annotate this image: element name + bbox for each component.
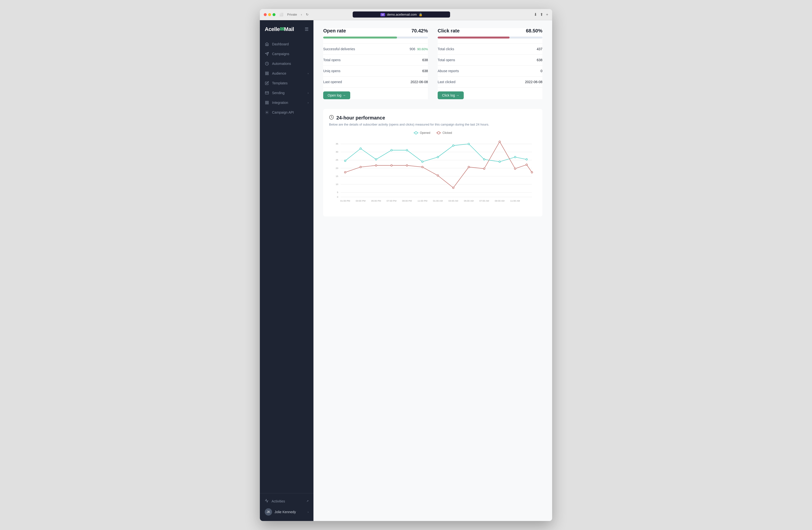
svg-rect-8 — [267, 101, 269, 102]
sidebar-item-label: Templates — [272, 81, 288, 85]
row-value: 638 — [537, 58, 542, 62]
table-row: Total opens 638 — [438, 55, 542, 66]
sidebar-item-sending[interactable]: Sending › — [260, 88, 314, 98]
back-button[interactable]: ‹ — [300, 12, 303, 17]
browser-chrome: ⬜ Private ‹ ↻ M demo.acellemail.com 🔒 ⬇ … — [260, 9, 552, 20]
row-label: Abuse reports — [438, 69, 459, 73]
clock-icon — [329, 115, 334, 121]
svg-point-45 — [406, 150, 408, 151]
svg-text:0: 0 — [337, 196, 338, 198]
svg-point-66 — [526, 164, 527, 166]
sidebar-item-label: Campaigns — [272, 52, 289, 56]
sidebar-item-label: Sending — [272, 91, 285, 95]
svg-point-61 — [452, 187, 454, 189]
activities-item[interactable]: Activities ↗ — [260, 496, 314, 506]
chart-svg: 35 30 25 20 15 10 5 0 01:00 PM 03:00 PM … — [329, 138, 537, 206]
sidebar-item-audience[interactable]: Audience › — [260, 69, 314, 78]
tab-private-label[interactable]: Private — [286, 12, 298, 17]
row-value: 0 — [540, 69, 542, 73]
integration-arrow-icon: › — [308, 101, 308, 104]
sidebar-footer: Activities ↗ JK Jolie Kennedy › — [260, 493, 314, 521]
svg-text:11:00 AM: 11:00 AM — [510, 199, 520, 202]
browser-window: ⬜ Private ‹ ↻ M demo.acellemail.com 🔒 ⬇ … — [260, 9, 552, 521]
legend-opened: Opened — [414, 131, 430, 135]
svg-text:15: 15 — [336, 175, 338, 178]
close-button[interactable] — [264, 13, 267, 16]
svg-text:30: 30 — [336, 150, 338, 153]
svg-text:03:00 AM: 03:00 AM — [448, 199, 458, 202]
sidebar-item-campaign-api[interactable]: Campaign API — [260, 108, 314, 117]
svg-text:35: 35 — [336, 142, 338, 145]
stats-grid: Open rate 70.42% Successful deliveries 9… — [323, 28, 542, 99]
address-bar[interactable]: M demo.acellemail.com 🔒 — [353, 12, 450, 17]
sidebar-item-dashboard[interactable]: Dashboard — [260, 39, 314, 49]
download-icon[interactable]: ⬇ — [534, 12, 537, 17]
svg-rect-4 — [267, 72, 269, 73]
click-rate-card: Click rate 68.50% Total clicks 437 Total… — [438, 28, 542, 99]
activities-label: Activities — [272, 499, 285, 503]
click-rate-title: Click rate — [438, 28, 460, 34]
svg-text:07:00 AM: 07:00 AM — [479, 199, 489, 202]
refresh-button[interactable]: ↻ — [305, 12, 309, 17]
svg-text:10: 10 — [336, 183, 338, 185]
sending-icon — [265, 91, 269, 95]
click-log-button[interactable]: Click log → — [438, 92, 464, 99]
open-log-button[interactable]: Open log → — [323, 92, 350, 99]
sending-arrow-icon: › — [308, 92, 308, 94]
main-content: Open rate 70.42% Successful deliveries 9… — [314, 20, 552, 521]
row-label: Uniq opens — [323, 69, 340, 73]
svg-point-65 — [514, 168, 516, 169]
svg-text:07:00 PM: 07:00 PM — [387, 199, 396, 202]
logo: Acelle✉Mail — [265, 26, 294, 32]
row-value: 906 90.60% — [410, 47, 428, 51]
sidebar-item-campaigns[interactable]: Campaigns — [260, 49, 314, 59]
svg-rect-9 — [265, 103, 267, 104]
open-rate-card: Open rate 70.42% Successful deliveries 9… — [323, 28, 428, 99]
user-profile-item[interactable]: JK Jolie Kennedy › — [260, 506, 314, 518]
open-rate-progress-bar — [323, 37, 428, 39]
svg-text:20: 20 — [336, 167, 338, 169]
sidebar-toggle-button[interactable]: ☰ — [305, 27, 308, 32]
svg-text:5: 5 — [337, 191, 338, 194]
click-rate-percentage: 68.50% — [526, 28, 542, 34]
svg-point-47 — [437, 156, 439, 158]
row-extra: 90.60% — [417, 47, 428, 51]
user-name: Jolie Kennedy — [275, 510, 296, 514]
table-row: Total opens 638 — [323, 55, 428, 66]
table-row: Uniq opens 638 — [323, 66, 428, 76]
sidebar-logo-area: Acelle✉Mail ☰ — [260, 20, 314, 37]
click-rate-rows: Total clicks 437 Total opens 638 Abuse r… — [438, 43, 542, 87]
svg-text:01:00 AM: 01:00 AM — [433, 199, 443, 202]
templates-icon — [265, 81, 269, 85]
sidebar-item-integration[interactable]: Integration › — [260, 98, 314, 108]
new-tab-icon[interactable]: + — [546, 12, 548, 17]
minimize-button[interactable] — [268, 13, 271, 16]
svg-point-11 — [266, 112, 267, 113]
legend-clicked-dot — [436, 132, 441, 133]
svg-point-67 — [531, 172, 533, 173]
table-row: Last opened 2022-06-08 — [323, 76, 428, 87]
maximize-button[interactable] — [273, 13, 275, 16]
sidebar-item-templates[interactable]: Templates — [260, 78, 314, 88]
row-label: Successful deliveries — [323, 47, 355, 51]
sidebar-item-automations[interactable]: Automations — [260, 59, 314, 69]
svg-rect-5 — [265, 74, 267, 75]
svg-point-59 — [422, 166, 423, 168]
svg-text:03:00 PM: 03:00 PM — [356, 199, 365, 202]
share-icon[interactable]: ⬆ — [540, 12, 543, 17]
svg-rect-6 — [267, 74, 269, 75]
lock-icon: 🔒 — [419, 13, 423, 16]
table-row: Successful deliveries 906 90.60% — [323, 44, 428, 55]
open-rate-title: Open rate — [323, 28, 346, 34]
row-label: Total opens — [438, 58, 455, 62]
tab-private-icon: ⬜ — [278, 12, 284, 17]
user-arrow-icon: › — [308, 511, 308, 513]
svg-point-48 — [452, 145, 454, 147]
performance-subtitle: Below are the details of subscriber acti… — [329, 123, 537, 126]
row-label: Total opens — [323, 58, 341, 62]
favicon-icon: M — [380, 13, 385, 16]
legend-opened-label: Opened — [420, 131, 430, 135]
audience-icon — [265, 71, 269, 75]
sidebar-item-label: Dashboard — [272, 42, 289, 46]
click-rate-fill — [438, 37, 509, 39]
